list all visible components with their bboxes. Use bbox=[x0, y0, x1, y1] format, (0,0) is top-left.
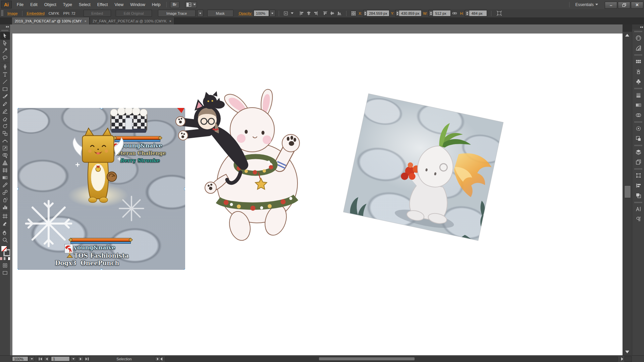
first-artboard-button[interactable] bbox=[38, 356, 43, 361]
bunny-catgirl-illustration[interactable] bbox=[175, 84, 303, 242]
direct-selection-tool[interactable] bbox=[0, 40, 10, 47]
expand-panels-button[interactable] bbox=[632, 24, 644, 29]
y-spinner[interactable] bbox=[396, 10, 399, 16]
screen-mode-button[interactable] bbox=[0, 269, 10, 277]
pen-tool[interactable] bbox=[0, 63, 10, 71]
menu-help[interactable]: Help bbox=[149, 1, 164, 9]
panel-grip[interactable] bbox=[635, 54, 642, 56]
appearance-panel-button[interactable] bbox=[632, 123, 644, 133]
shaper-tool[interactable] bbox=[0, 108, 10, 115]
column-graph-tool[interactable] bbox=[0, 203, 10, 211]
type-tool[interactable] bbox=[0, 71, 10, 78]
rectangle-tool[interactable] bbox=[0, 85, 10, 93]
scroll-down-icon[interactable] bbox=[625, 351, 629, 353]
x-field[interactable]: 284.559 px bbox=[363, 10, 389, 16]
menu-window[interactable]: Window bbox=[127, 1, 148, 9]
artboard-tool[interactable] bbox=[0, 213, 10, 220]
mask-button[interactable]: Mask bbox=[207, 10, 233, 17]
minimize-button[interactable]: – bbox=[605, 2, 617, 9]
tab-2y-fan-art-poetcat[interactable]: 2Y_FAN_ART_POETCAT.ai @ 100% (CMYK/Previ… bbox=[90, 17, 174, 24]
horizontal-scroll-thumb[interactable] bbox=[319, 357, 415, 360]
tab-close-icon[interactable]: × bbox=[85, 19, 87, 23]
transparency-panel-button[interactable] bbox=[632, 110, 644, 120]
gradient-tool[interactable] bbox=[0, 174, 10, 181]
color-panel-button[interactable] bbox=[632, 33, 644, 43]
scale-tool[interactable] bbox=[0, 130, 10, 137]
draw-mode-button[interactable] bbox=[0, 262, 10, 269]
align-top-button[interactable] bbox=[323, 11, 328, 16]
image-trace-button[interactable]: Image Trace bbox=[158, 10, 196, 17]
opacity-field[interactable]: 100% bbox=[254, 10, 269, 16]
selection-handle-s[interactable] bbox=[100, 269, 103, 270]
gradient-button[interactable] bbox=[3, 257, 7, 260]
line-segment-tool[interactable] bbox=[0, 78, 10, 85]
select-similar-button[interactable] bbox=[283, 10, 293, 16]
zoom-level-field[interactable]: 100% bbox=[12, 356, 28, 361]
slice-tool[interactable] bbox=[0, 220, 10, 227]
arrange-documents-button[interactable] bbox=[185, 1, 197, 8]
vertical-scrollbar[interactable] bbox=[623, 32, 632, 355]
pencil-tool[interactable] bbox=[0, 100, 10, 108]
panel-grip[interactable] bbox=[635, 145, 642, 146]
panel-grip[interactable] bbox=[635, 202, 642, 203]
previous-artboard-button[interactable] bbox=[44, 356, 50, 361]
align-right-button[interactable] bbox=[313, 11, 318, 16]
scroll-up-icon[interactable] bbox=[625, 34, 629, 37]
panel-grip[interactable] bbox=[635, 121, 642, 123]
selection-type-label[interactable]: Image bbox=[7, 11, 18, 15]
tab-2019-3ya-poetcat[interactable]: 2019_3YA_POETCAT.ai* @ 100% (CMYK/Previe… bbox=[12, 17, 90, 24]
canvas-area[interactable]: young&naive Veteran Challenge Berry Stro… bbox=[10, 24, 623, 355]
last-artboard-button[interactable] bbox=[84, 356, 90, 361]
vertical-scroll-thumb[interactable] bbox=[624, 185, 631, 198]
x-spinner[interactable] bbox=[364, 10, 367, 16]
opacity-dropdown[interactable] bbox=[269, 10, 275, 17]
paintbrush-tool[interactable] bbox=[0, 93, 10, 100]
artboards-panel-button[interactable] bbox=[632, 157, 644, 167]
character-panel-button[interactable] bbox=[632, 204, 644, 214]
zoom-dropdown[interactable] bbox=[29, 356, 35, 361]
artboard-dropdown[interactable] bbox=[70, 356, 76, 361]
embedded-link[interactable]: Embedded bbox=[27, 11, 45, 15]
lasso-tool[interactable] bbox=[0, 54, 10, 62]
restore-button[interactable] bbox=[618, 2, 630, 9]
eyedropper-tool[interactable] bbox=[0, 181, 10, 189]
workspace-switcher[interactable]: Essentials bbox=[572, 2, 601, 7]
symbols-panel-button[interactable] bbox=[632, 76, 644, 86]
w-field[interactable]: 512 px bbox=[429, 10, 451, 16]
paragraph-panel-button[interactable] bbox=[632, 214, 644, 224]
artboard[interactable]: young&naive Veteran Challenge Berry Stro… bbox=[12, 34, 623, 355]
reference-point-selector[interactable] bbox=[351, 11, 356, 16]
align-center-button[interactable] bbox=[306, 11, 311, 16]
status-menu-button[interactable] bbox=[155, 356, 161, 361]
fill-stroke-indicator[interactable] bbox=[0, 245, 10, 256]
color-guide-panel-button[interactable] bbox=[632, 43, 644, 53]
panel-grip[interactable] bbox=[2, 30, 8, 31]
constrain-proportions-button[interactable] bbox=[452, 11, 458, 16]
embedded-image-game-screenshot[interactable]: young&naive Veteran Challenge Berry Stro… bbox=[17, 108, 185, 270]
magic-wand-tool[interactable] bbox=[0, 47, 10, 54]
close-button[interactable]: × bbox=[631, 2, 643, 9]
stroke-panel-button[interactable] bbox=[632, 90, 644, 100]
align-middle-button[interactable] bbox=[330, 11, 335, 16]
hand-tool[interactable] bbox=[0, 229, 10, 236]
color-button[interactable] bbox=[0, 257, 3, 260]
zoom-tool[interactable] bbox=[0, 236, 10, 244]
selection-tool[interactable] bbox=[0, 32, 10, 40]
shape-builder-tool[interactable] bbox=[0, 152, 10, 159]
artboard-number-field[interactable]: 1 bbox=[51, 356, 70, 361]
panel-grip[interactable] bbox=[635, 168, 642, 170]
selection-handle-sw[interactable] bbox=[17, 269, 18, 270]
menu-select[interactable]: Select bbox=[75, 1, 94, 9]
panel-grip[interactable] bbox=[1, 10, 3, 16]
perspective-grid-tool[interactable] bbox=[0, 159, 10, 167]
transform-panel-button[interactable] bbox=[632, 170, 644, 180]
y-field[interactable]: 430.859 px bbox=[395, 10, 422, 16]
scroll-right-button[interactable] bbox=[621, 356, 623, 361]
transform-options-button[interactable] bbox=[496, 10, 502, 16]
menu-file[interactable]: File bbox=[13, 1, 27, 9]
align-bottom-button[interactable] bbox=[337, 11, 342, 16]
menu-object[interactable]: Object bbox=[41, 1, 60, 9]
fill-swatch-none[interactable] bbox=[1, 246, 7, 252]
free-transform-tool[interactable] bbox=[0, 144, 10, 152]
h-field[interactable]: 484 px bbox=[465, 10, 487, 16]
